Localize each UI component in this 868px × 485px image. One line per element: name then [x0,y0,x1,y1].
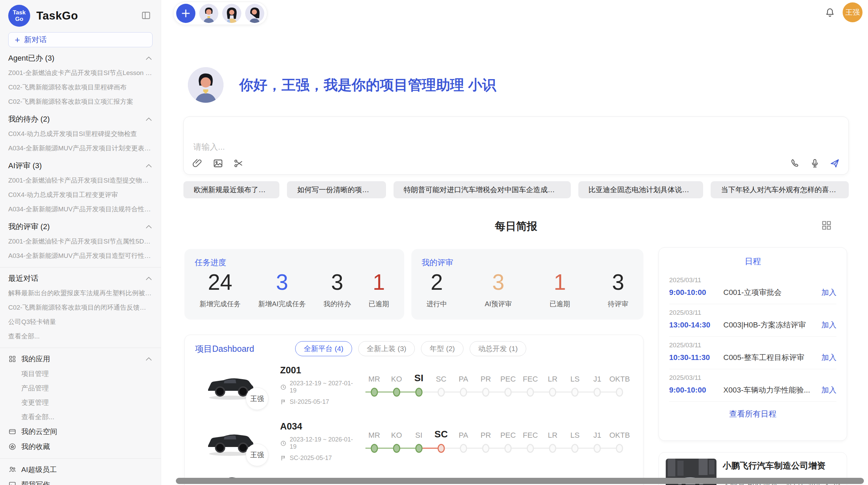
nav-ai-super-staff[interactable]: AI超级员工 [8,462,153,477]
sidebar-item[interactable]: C0X4-动力总成开发项目SI里程碑提交物检查 [8,127,153,141]
app-sub-item[interactable]: 变更管理 [8,395,153,410]
agent-avatar-3[interactable] [245,4,264,23]
new-chat-button[interactable]: + 新对话 [8,32,153,47]
recent-conversation-item[interactable]: 解释最新出台的欧盟报废车法规再生塑料比例被调至15%... [8,286,153,300]
notification-bell-icon[interactable] [824,7,836,18]
stat-label: 我的待办 [324,299,351,309]
project-row[interactable]: 王强Z0012023-12-19 ~ 2027-01-19SI-2025-05-… [195,358,633,412]
stat-label: 进行中 [426,299,447,309]
suggestion-chip[interactable]: 欧洲新规最近颁布了什么? [183,181,279,198]
group-title-agent-done[interactable]: Agent已办 (3) [8,51,153,66]
sidebar-item[interactable]: C02-飞腾新能源轻客改款项目里程碑画布 [8,80,153,95]
stat-value: 24 [208,270,232,295]
dashboard-filter-pill[interactable]: 全新上装 (3) [358,341,415,356]
app-sub-item[interactable]: 项目管理 [8,366,153,381]
sidebar-item[interactable]: C02-飞腾新能源轻客改款项目立项汇报方案 [8,95,153,109]
stat: 3AI预评审 [485,270,512,309]
milestone-dot-J1 [594,388,601,397]
schedule-item: 2025/03/1113:00-14:30C003|H0B-方案冻结评审加入 [669,304,836,337]
people-icon [8,465,16,474]
recent-conversation-item[interactable]: C02-飞腾新能源轻客改款项目的闭环通告反馈情况 [8,300,153,315]
chat-input[interactable]: 请输入... [183,116,849,175]
milestone-dot-PEC [505,388,512,397]
phone-call-icon[interactable] [789,158,800,169]
app-logo: Task Go [8,5,30,27]
schedule-item: 2025/03/119:00-10:00C001-立项审批会加入 [669,272,836,304]
nav-favorites[interactable]: 我的收藏 [8,439,153,454]
sidebar-item[interactable]: A034-全新新能源MUV产品开发项目造型可行性评审 [8,249,153,263]
divider [0,458,161,459]
stat: 1已逾期 [369,270,389,309]
sidebar-item[interactable]: Z001-全新燃油轻卡产品开发项目SI造型提交物评审 [8,173,153,188]
milestone-dot-PEC [505,444,512,453]
group-title-recent[interactable]: 最近对话 [8,271,153,286]
user-avatar[interactable]: 王强 [843,2,863,22]
greeting-block: 你好，王强，我是你的项目管理助理 小识 [188,67,496,103]
milestone-dot-PR [482,444,489,453]
stat-value: 1 [554,270,566,295]
chevron-up-icon [145,357,153,361]
nav-cloud-space[interactable]: 我的云空间 [8,424,153,439]
dashboard-filter-pill[interactable]: 年型 (2) [421,341,463,356]
sidebar-item[interactable]: Z001-全新燃油轻卡产品开发项目SI节点属性5D文件评审 [8,234,153,249]
sidebar-item[interactable]: C0X4-动力总成开发项目工程变更评审 [8,188,153,202]
group-title-my-review[interactable]: 我的评审 (2) [8,219,153,234]
stat-label: 待评审 [608,299,628,309]
new-chat-label: 新对话 [24,35,47,45]
image-icon[interactable] [213,158,224,169]
milestone-dot-J1 [594,444,601,453]
app-sub-item[interactable]: 产品管理 [8,381,153,395]
schedule-view-all[interactable]: 查看所有日程 [669,409,836,419]
app-sub-item[interactable]: 查看全部... [8,410,153,424]
stat-value: 2 [431,270,443,295]
schedule-join-link[interactable]: 加入 [821,320,836,330]
layout-grid-icon[interactable] [821,220,832,231]
suggestion-chip[interactable]: 比亚迪全固态电池计划具体说了什么 [578,181,703,198]
milestone-dot-SI [415,444,422,453]
group-title-my-todo[interactable]: 我的待办 (2) [8,112,153,127]
dashboard-header: 项目Dashboard 全新平台 (4)全新上装 (3)年型 (2)动总开发 (… [195,341,633,356]
milestone-timeline: MRKOSISCPAPRPECFECLRLSJ1OKTB [363,426,631,457]
add-agent-button[interactable] [176,4,195,23]
project-name: Z001 [280,365,360,376]
horizontal-scrollbar[interactable] [176,478,864,484]
nav-my-apps[interactable]: 我的应用 [8,351,153,366]
schedule-date: 2025/03/11 [669,341,836,349]
milestone-PR: PR [474,370,497,401]
milestone-PR: PR [474,426,497,457]
stat-value: 1 [373,270,385,295]
help-write-label: 帮我写作 [21,480,50,485]
attachment-icon[interactable] [192,158,203,169]
suggestion-chip[interactable]: 特朗普可能对进口汽车增税会对中国车企造成哪些影响 [394,181,571,198]
sidebar-item[interactable]: Z001-全新燃油皮卡产品开发项目SI节点Lesson Learn报告 [8,66,153,80]
chevron-up-icon [145,56,153,61]
project-row[interactable]: 王强A0342023-12-19 ~ 2026-01-19SC-2025-05-… [195,414,633,469]
sidebar-collapse-icon[interactable] [141,10,151,21]
schedule-join-link[interactable]: 加入 [821,287,836,298]
agent-avatar-2[interactable] [222,4,241,23]
suggestion-chip[interactable]: 当下年轻人对汽车外观有怎样的喜好趋势 [711,181,849,198]
stat-card-title: 任务进度 [195,257,394,268]
dashboard-filter-pill[interactable]: 全新平台 (4) [295,341,352,356]
ai-super-staff-label: AI超级员工 [21,465,57,474]
sidebar-item[interactable]: A034-全新新能源MUV产品开发项目计划变更表编写 [8,141,153,156]
project-dashboard: 项目Dashboard 全新平台 (4)全新上装 (3)年型 (2)动总开发 (… [184,335,643,485]
sidebar-item[interactable]: A034-全新新能源MUV产品开发项目法规符合性评审 [8,202,153,216]
suggestion-chip[interactable]: 如何写一份清晰的项目周报 [287,181,386,198]
group-title-ai-review[interactable]: AI评审 (3) [8,158,153,173]
app-title: TaskGo [36,9,78,22]
agent-avatar-1[interactable] [199,4,218,23]
schedule-item: 2025/03/119:00-10:00X003-车辆动力学性能验...加入 [669,369,836,402]
send-icon[interactable] [829,158,840,169]
stat-value: 3 [612,270,624,295]
microphone-icon[interactable] [809,158,820,169]
milestone-dot-PA [460,388,467,397]
recent-conversation-item[interactable]: 公司Q3轻卡销量 [8,315,153,329]
scissors-icon[interactable] [233,158,244,169]
dashboard-filter-pill[interactable]: 动总开发 (1) [470,341,527,356]
milestone-SC: SC [430,426,452,457]
schedule-join-link[interactable]: 加入 [821,352,836,363]
recent-view-all[interactable]: 查看全部... [8,329,153,344]
nav-help-write[interactable]: 帮我写作 [8,477,153,485]
schedule-join-link[interactable]: 加入 [821,385,836,395]
